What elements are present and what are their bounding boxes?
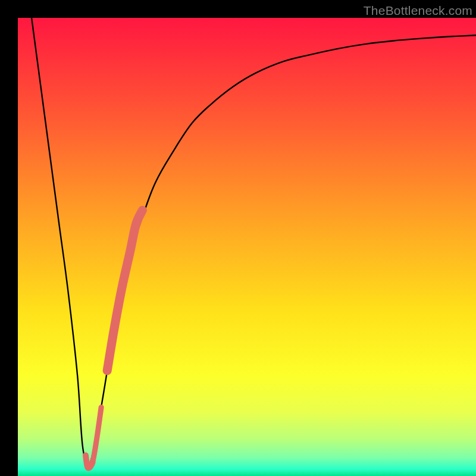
highlight-segment-thin (89, 408, 101, 467)
plot-area (18, 18, 476, 476)
curve-layer (18, 18, 476, 476)
bottleneck-curve (32, 18, 476, 465)
attribution-label: TheBottleneck.com (364, 4, 472, 18)
highlight-segment-thick (107, 210, 142, 371)
chart-frame: TheBottleneck.com (0, 0, 476, 476)
